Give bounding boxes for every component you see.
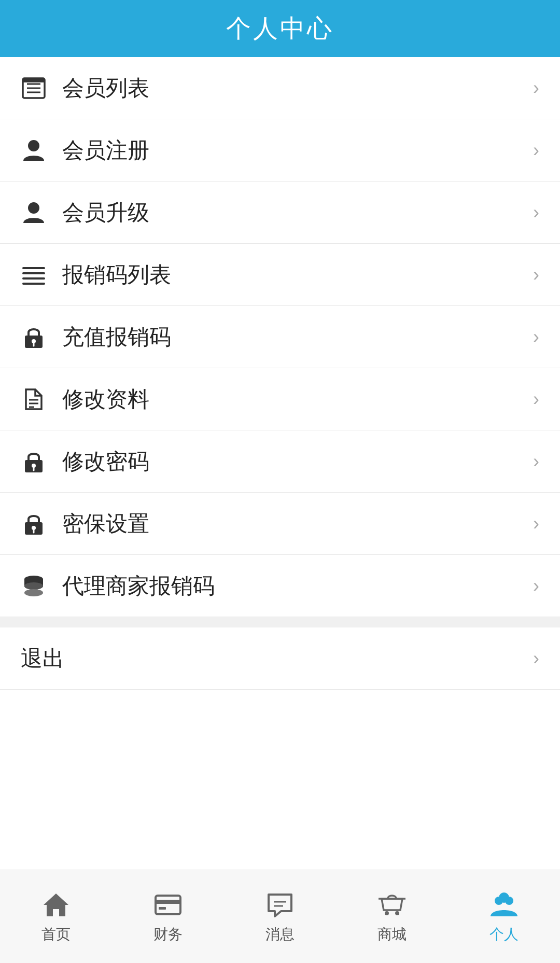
svg-point-24	[24, 582, 43, 590]
shop-nav-label: 商城	[377, 925, 407, 944]
menu-separator	[0, 617, 560, 627]
list-icon	[21, 75, 52, 101]
document-icon	[21, 386, 52, 412]
finance-nav-label: 财务	[153, 925, 183, 944]
member-register-label: 会员注册	[62, 136, 528, 165]
svg-rect-4	[23, 78, 45, 82]
svg-point-25	[24, 589, 43, 596]
chevron-right-icon: ›	[533, 139, 539, 161]
finance-icon	[152, 889, 184, 920]
chevron-right-icon: ›	[533, 575, 539, 597]
svg-rect-26	[156, 896, 180, 914]
shop-icon	[376, 889, 408, 920]
nav-item-profile[interactable]: 个人	[448, 870, 560, 963]
menu-item-change-password[interactable]: 修改密码 ›	[0, 430, 560, 493]
menu-container: 会员列表 › 会员注册 › 会员升级 ›	[0, 57, 560, 870]
menu-item-edit-profile[interactable]: 修改资料 ›	[0, 368, 560, 430]
header: 个人中心	[0, 0, 560, 57]
chevron-right-icon: ›	[533, 202, 539, 224]
nav-item-message[interactable]: 消息	[224, 870, 336, 963]
profile-nav-label: 个人	[489, 925, 519, 944]
profile-icon	[488, 889, 520, 920]
nav-item-shop[interactable]: 商城	[336, 870, 448, 963]
bottom-navigation: 首页 财务 消息	[0, 870, 560, 963]
lock-recharge-icon	[21, 324, 52, 350]
member-upgrade-label: 会员升级	[62, 198, 528, 227]
home-nav-label: 首页	[41, 925, 71, 944]
svg-point-31	[385, 911, 389, 915]
chevron-right-icon: ›	[533, 77, 539, 99]
menu-item-member-register[interactable]: 会员注册 ›	[0, 119, 560, 182]
svg-point-35	[499, 892, 509, 903]
menu-item-member-list[interactable]: 会员列表 ›	[0, 57, 560, 119]
svg-point-6	[28, 202, 39, 214]
reimbursement-list-label: 报销码列表	[62, 260, 528, 289]
lines-icon	[21, 262, 52, 288]
agent-reimbursement-label: 代理商家报销码	[62, 571, 528, 601]
chevron-right-icon: ›	[533, 388, 539, 410]
svg-point-32	[395, 911, 399, 915]
recharge-reimbursement-label: 充值报销码	[62, 323, 528, 352]
message-icon	[264, 889, 296, 920]
user-register-icon	[21, 137, 52, 163]
svg-rect-28	[159, 907, 166, 910]
svg-rect-27	[156, 900, 180, 904]
edit-profile-label: 修改资料	[62, 385, 528, 414]
menu-item-reimbursement-list[interactable]: 报销码列表 ›	[0, 244, 560, 306]
menu-item-recharge-reimbursement[interactable]: 充值报销码 ›	[0, 306, 560, 368]
menu-item-logout[interactable]: 退出 ›	[0, 627, 560, 690]
member-list-label: 会员列表	[62, 74, 528, 103]
menu-item-security-settings[interactable]: 密保设置 ›	[0, 493, 560, 555]
chevron-right-logout-icon: ›	[533, 648, 539, 669]
security-settings-label: 密保设置	[62, 509, 528, 538]
chevron-right-icon: ›	[533, 513, 539, 535]
home-icon	[40, 889, 72, 920]
menu-item-member-upgrade[interactable]: 会员升级 ›	[0, 182, 560, 244]
nav-item-home[interactable]: 首页	[0, 870, 112, 963]
chevron-right-icon: ›	[533, 326, 539, 348]
page-title: 个人中心	[226, 12, 334, 45]
lock-security-icon	[21, 511, 52, 537]
change-password-label: 修改密码	[62, 447, 528, 476]
svg-point-5	[28, 140, 39, 151]
chevron-right-icon: ›	[533, 264, 539, 286]
user-upgrade-icon	[21, 200, 52, 226]
menu-item-agent-reimbursement[interactable]: 代理商家报销码 ›	[0, 555, 560, 617]
nav-item-finance[interactable]: 财务	[112, 870, 224, 963]
database-icon	[21, 573, 52, 599]
message-nav-label: 消息	[265, 925, 295, 944]
chevron-right-icon: ›	[533, 451, 539, 472]
lock-password-icon	[21, 449, 52, 474]
logout-label: 退出	[21, 644, 528, 673]
